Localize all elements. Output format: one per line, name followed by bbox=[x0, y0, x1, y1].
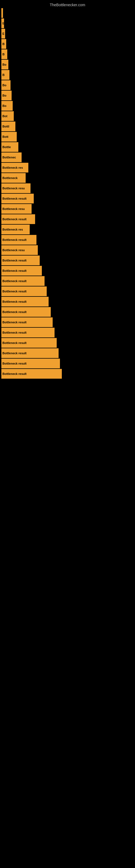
bar-31: Bottleneck result bbox=[1, 317, 53, 327]
bar-16: Bottleneck res bbox=[1, 163, 28, 173]
bar-row-14: Bottle bbox=[1, 142, 134, 152]
bar-4: B bbox=[1, 39, 6, 49]
bar-label-22: Bottleneck res bbox=[2, 228, 23, 231]
bar-2: E bbox=[1, 19, 4, 28]
bar-label-24: Bottleneck resu bbox=[2, 248, 25, 252]
bar-26: Bottleneck result bbox=[1, 266, 42, 276]
bar-15: Bottlenec bbox=[1, 152, 21, 162]
bar-row-7: B bbox=[1, 70, 134, 80]
bar-10: Bo bbox=[1, 101, 13, 111]
bar-12: Bottl bbox=[1, 122, 15, 131]
bar-label-29: Bottleneck result bbox=[2, 300, 27, 303]
bar-label-34: Bottleneck result bbox=[2, 351, 27, 355]
bar-label-5: B bbox=[2, 53, 5, 56]
bar-label-18: Bottleneck resu bbox=[2, 187, 25, 190]
bar-row-27: Bottleneck result bbox=[1, 276, 134, 286]
bar-label-23: Bottleneck result bbox=[2, 238, 27, 241]
bar-24: Bottleneck resu bbox=[1, 245, 38, 255]
bar-14: Bottle bbox=[1, 142, 18, 152]
bar-7: B bbox=[1, 70, 9, 80]
bar-28: Bottleneck result bbox=[1, 286, 47, 296]
bar-label-28: Bottleneck result bbox=[2, 290, 27, 293]
bar-36: Bottleneck result bbox=[1, 369, 62, 379]
bar-row-26: Bottleneck result bbox=[1, 266, 134, 276]
bar-row-3: E bbox=[1, 29, 134, 38]
bar-6: Bo bbox=[1, 60, 8, 69]
bar-row-32: Bottleneck result bbox=[1, 328, 134, 337]
bar-row-1 bbox=[1, 8, 134, 18]
bar-row-28: Bottleneck result bbox=[1, 286, 134, 296]
bar-34: Bottleneck result bbox=[1, 348, 58, 358]
bar-row-15: Bottlenec bbox=[1, 152, 134, 162]
bar-row-31: Bottleneck result bbox=[1, 317, 134, 327]
bar-label-31: Bottleneck result bbox=[2, 321, 27, 324]
bar-label-10: Bo bbox=[2, 104, 6, 107]
bar-row-21: Bottleneck result bbox=[1, 214, 134, 224]
bar-label-12: Bottl bbox=[2, 125, 9, 128]
bar-18: Bottleneck resu bbox=[1, 183, 31, 193]
bar-label-3: E bbox=[2, 32, 4, 35]
bar-5: B bbox=[1, 50, 7, 59]
bar-32: Bottleneck result bbox=[1, 328, 54, 337]
bar-row-36: Bottleneck result bbox=[1, 369, 134, 379]
bar-11: Bot bbox=[1, 111, 14, 121]
bar-row-22: Bottleneck res bbox=[1, 225, 134, 235]
bar-label-36: Bottleneck result bbox=[2, 372, 27, 375]
bar-13: Bott bbox=[1, 132, 17, 142]
bar-label-33: Bottleneck result bbox=[2, 341, 27, 344]
bar-row-17: Bottleneck bbox=[1, 173, 134, 183]
bar-29: Bottleneck result bbox=[1, 297, 49, 307]
bar-row-29: Bottleneck result bbox=[1, 297, 134, 307]
bar-row-24: Bottleneck resu bbox=[1, 245, 134, 255]
bar-23: Bottleneck result bbox=[1, 235, 37, 245]
bar-row-25: Bottleneck result bbox=[1, 255, 134, 265]
bar-row-23: Bottleneck result bbox=[1, 235, 134, 245]
bar-row-19: Bottleneck result bbox=[1, 194, 134, 204]
bar-row-13: Bott bbox=[1, 132, 134, 142]
bar-label-15: Bottlenec bbox=[2, 156, 16, 159]
bar-label-13: Bott bbox=[2, 135, 8, 138]
bar-20: Bottleneck resu bbox=[1, 204, 32, 214]
bar-row-8: Bo bbox=[1, 80, 134, 90]
bar-row-12: Bottl bbox=[1, 122, 134, 131]
bars-container: EEBBBoBBoBoBoBotBottlBottBottleBottlenec… bbox=[1, 8, 134, 379]
bar-row-9: Bo bbox=[1, 91, 134, 100]
bar-label-8: Bo bbox=[2, 84, 6, 87]
bar-row-4: B bbox=[1, 39, 134, 49]
bar-35: Bottleneck result bbox=[1, 359, 60, 368]
bar-label-9: Bo bbox=[2, 94, 6, 97]
bar-row-35: Bottleneck result bbox=[1, 359, 134, 368]
bar-label-25: Bottleneck result bbox=[2, 259, 27, 262]
bar-row-18: Bottleneck resu bbox=[1, 183, 134, 193]
bar-label-17: Bottleneck bbox=[2, 176, 17, 180]
bar-label-20: Bottleneck resu bbox=[2, 207, 25, 211]
bar-row-20: Bottleneck resu bbox=[1, 204, 134, 214]
bar-row-30: Bottleneck result bbox=[1, 307, 134, 317]
bar-row-16: Bottleneck res bbox=[1, 163, 134, 173]
bar-27: Bottleneck result bbox=[1, 276, 45, 286]
bar-label-19: Bottleneck result bbox=[2, 197, 27, 200]
bar-30: Bottleneck result bbox=[1, 307, 51, 317]
bar-17: Bottleneck bbox=[1, 173, 26, 183]
bar-label-35: Bottleneck result bbox=[2, 362, 27, 365]
bar-row-33: Bottleneck result bbox=[1, 338, 134, 348]
bar-row-5: B bbox=[1, 50, 134, 59]
bar-label-4: B bbox=[2, 42, 5, 45]
bar-label-27: Bottleneck result bbox=[2, 279, 27, 283]
bar-33: Bottleneck result bbox=[1, 338, 57, 348]
bar-label-26: Bottleneck result bbox=[2, 269, 27, 272]
bar-label-21: Bottleneck result bbox=[2, 218, 27, 221]
bar-3: E bbox=[1, 29, 5, 38]
bar-19: Bottleneck result bbox=[1, 194, 34, 204]
bar-1 bbox=[1, 8, 3, 18]
bar-row-2: E bbox=[1, 19, 134, 28]
bar-row-11: Bot bbox=[1, 111, 134, 121]
bar-label-2: E bbox=[2, 22, 4, 25]
bar-label-30: Bottleneck result bbox=[2, 310, 27, 314]
bar-25: Bottleneck result bbox=[1, 255, 40, 265]
bar-label-11: Bot bbox=[2, 115, 7, 118]
bar-row-34: Bottleneck result bbox=[1, 348, 134, 358]
bar-label-6: Bo bbox=[2, 63, 6, 66]
bar-label-14: Bottle bbox=[2, 145, 11, 149]
bar-8: Bo bbox=[1, 80, 10, 90]
